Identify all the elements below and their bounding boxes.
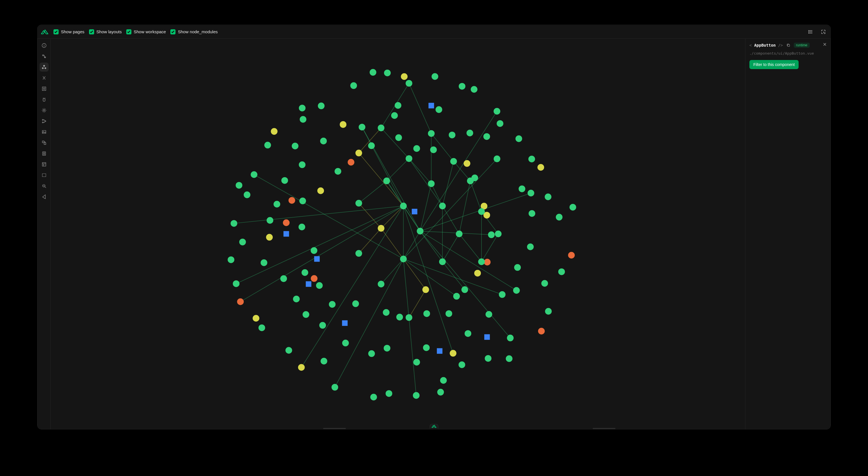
svg-point-109 — [318, 103, 325, 109]
sidebar-item-inspect[interactable] — [39, 84, 49, 93]
check-icon — [54, 29, 59, 34]
svg-point-121 — [537, 164, 544, 171]
sidebar-item-routes[interactable] — [39, 138, 49, 147]
svg-point-195 — [406, 80, 412, 87]
nuxt-footer-icon[interactable] — [430, 424, 438, 429]
svg-point-172 — [302, 269, 309, 276]
svg-point-174 — [299, 224, 305, 231]
sidebar-item-tree[interactable] — [39, 52, 49, 61]
svg-point-99 — [228, 256, 235, 263]
svg-point-108 — [299, 105, 306, 112]
checkbox-label: Show layouts — [96, 29, 122, 34]
checkbox-show-node-modules[interactable]: Show node_modules — [170, 29, 218, 34]
resize-handle[interactable] — [323, 428, 346, 429]
svg-point-12 — [45, 121, 46, 122]
close-inspector-button[interactable] — [822, 41, 828, 48]
svg-point-116 — [471, 86, 477, 93]
svg-point-139 — [293, 296, 300, 303]
sidebar-item-vscode[interactable] — [39, 192, 49, 201]
svg-point-164 — [453, 293, 460, 300]
checkbox-show-workspace[interactable]: Show workspace — [126, 29, 166, 34]
svg-point-88 — [413, 392, 420, 399]
select-element-button[interactable] — [819, 28, 828, 36]
svg-point-149 — [340, 121, 347, 128]
svg-point-222 — [311, 275, 318, 282]
resize-handle[interactable] — [593, 428, 615, 429]
svg-point-218 — [462, 286, 468, 293]
svg-point-93 — [298, 364, 305, 371]
svg-point-133 — [413, 359, 420, 366]
sidebar-item-plugins[interactable] — [39, 95, 49, 104]
svg-rect-7 — [42, 87, 46, 91]
svg-point-176 — [317, 187, 324, 194]
svg-point-216 — [378, 281, 384, 287]
svg-point-117 — [494, 108, 501, 115]
top-toolbar: Show pages Show layouts Show workspace S… — [37, 25, 831, 39]
svg-line-38 — [404, 231, 420, 259]
svg-point-0 — [809, 30, 809, 31]
svg-point-211 — [495, 231, 502, 237]
sidebar-item-layout[interactable] — [39, 160, 49, 169]
svg-point-181 — [413, 145, 420, 152]
svg-point-130 — [465, 330, 471, 337]
svg-point-171 — [316, 282, 323, 289]
sidebar-item-settings[interactable] — [39, 106, 49, 115]
inspector-header: < AppButton /> runtime — [749, 42, 827, 48]
sidebar-item-state[interactable] — [39, 117, 49, 126]
svg-point-124 — [556, 214, 563, 221]
svg-point-100 — [239, 239, 246, 245]
svg-line-63 — [420, 231, 491, 235]
svg-point-151 — [391, 112, 398, 119]
svg-point-143 — [267, 217, 274, 224]
svg-point-140 — [280, 275, 287, 282]
component-name: AppButton — [754, 43, 776, 47]
devtools-window: Show pages Show layouts Show workspace S… — [37, 25, 831, 430]
svg-rect-188 — [412, 209, 417, 214]
sidebar-item-components-graph[interactable] — [39, 63, 49, 72]
sidebar-item-search[interactable] — [39, 182, 49, 191]
sidebar-item-timeline[interactable] — [39, 170, 49, 180]
svg-point-207 — [478, 208, 485, 215]
svg-point-87 — [437, 389, 444, 395]
svg-point-197 — [428, 130, 435, 137]
svg-point-156 — [484, 133, 490, 140]
svg-point-142 — [266, 234, 273, 241]
svg-point-135 — [368, 350, 375, 357]
svg-point-106 — [271, 128, 278, 135]
checkbox-label: Show node_modules — [178, 29, 218, 34]
svg-point-114 — [432, 73, 439, 80]
svg-rect-19 — [42, 174, 46, 177]
svg-line-55 — [442, 161, 454, 206]
sidebar-item-storage[interactable] — [39, 149, 49, 158]
svg-point-198 — [355, 150, 362, 156]
svg-rect-18 — [42, 163, 46, 166]
svg-point-138 — [303, 311, 309, 318]
svg-point-175 — [300, 198, 306, 204]
checkbox-show-pages[interactable]: Show pages — [54, 29, 85, 34]
svg-point-157 — [494, 156, 501, 162]
component-tag: < AppButton /> — [749, 43, 783, 47]
svg-point-137 — [319, 322, 326, 329]
svg-point-167 — [397, 314, 403, 320]
svg-point-209 — [417, 228, 424, 234]
svg-line-61 — [404, 259, 416, 395]
copy-name-button[interactable] — [785, 42, 792, 48]
svg-point-170 — [329, 301, 336, 308]
svg-point-127 — [513, 287, 520, 294]
svg-point-165 — [446, 310, 453, 317]
sidebar-item-hooks[interactable] — [39, 73, 49, 83]
filter-to-component-button[interactable]: Filter to this component — [749, 60, 799, 69]
list-view-button[interactable] — [807, 28, 815, 36]
svg-point-146 — [299, 161, 306, 168]
sidebar-item-assets[interactable] — [39, 127, 49, 136]
sidebar-item-info[interactable] — [39, 41, 49, 50]
checkbox-show-layouts[interactable]: Show layouts — [89, 29, 122, 34]
svg-point-163 — [474, 270, 481, 277]
component-graph-canvas[interactable] — [51, 39, 745, 429]
svg-point-161 — [488, 231, 495, 238]
svg-point-206 — [439, 203, 446, 210]
svg-point-136 — [342, 340, 349, 347]
svg-point-80 — [545, 308, 552, 315]
svg-rect-15 — [42, 141, 44, 143]
svg-point-90 — [370, 394, 377, 401]
